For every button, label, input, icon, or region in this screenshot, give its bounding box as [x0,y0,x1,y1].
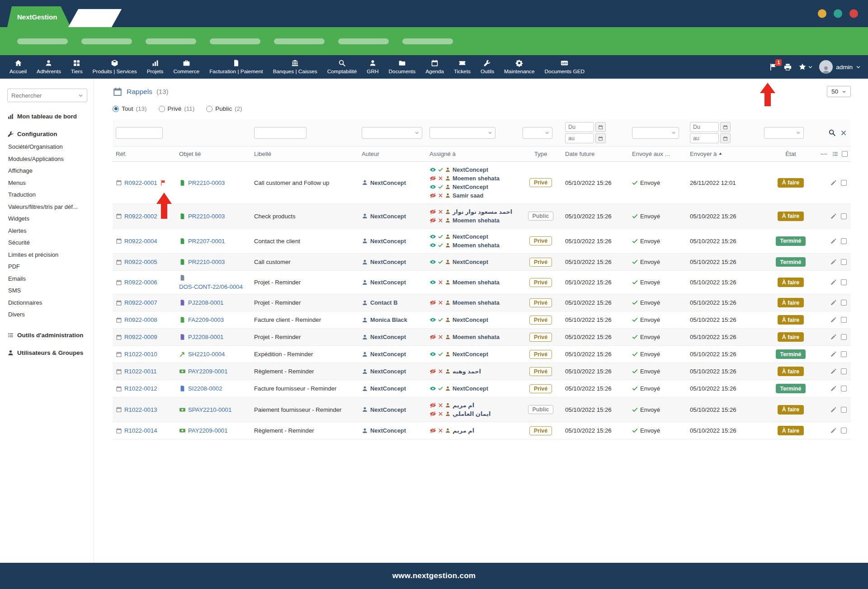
pencil-icon[interactable] [830,238,837,245]
ref-link[interactable]: R1022-0011 [124,368,157,375]
nav-item-documents[interactable]: Documents [384,55,421,79]
object-link[interactable]: PR2210-0003 [188,213,225,220]
row-checkbox[interactable] [841,334,847,340]
ref-link[interactable]: R0922-0005 [124,259,157,265]
column-header-assigne[interactable]: Assigné à [426,146,519,162]
sidebar-item-sms[interactable]: SMS [8,285,87,297]
minimize-button[interactable] [818,9,826,18]
nav-item-tickets[interactable]: Tickets [449,55,476,79]
app-logo[interactable]: NextGestion [7,6,71,27]
filter-envoye_aux-select[interactable] [632,127,679,139]
nav-item-banques-caisses[interactable]: Banques | Caisses [268,55,322,79]
pencil-icon[interactable] [830,385,837,392]
filter-auteur-select[interactable] [362,127,422,139]
table-row-R0922-0007[interactable]: R0922-0007PJ2208-0001Projet - ReminderCo… [113,294,851,311]
filter-etat-select[interactable] [764,127,804,139]
pencil-icon[interactable] [830,279,837,286]
row-checkbox[interactable] [841,351,847,357]
sidebar-item-widgets[interactable]: Widgets [8,213,87,225]
filter-date_future-to-input[interactable] [565,133,594,143]
row-checkbox[interactable] [841,317,847,323]
date-picker-button[interactable] [720,133,731,143]
footer-url[interactable]: www.nextgestion.com [392,571,476,580]
pencil-icon[interactable] [830,427,837,434]
list-view-icon[interactable] [832,151,839,157]
object-link[interactable]: FA2209-0003 [188,316,224,323]
bookmarks-menu[interactable] [798,63,813,71]
nav-item-facturation-paiement[interactable]: Facturation | Paiement [204,55,268,79]
clear-icon[interactable] [840,130,847,136]
sidebar-item-affichage[interactable]: Affichage [8,165,87,177]
user-menu[interactable]: admin [819,60,861,74]
row-checkbox[interactable] [841,368,847,374]
nav-item-projets[interactable]: Projets [142,55,169,79]
menu-pill[interactable] [338,38,389,44]
sidebar-item-traduction[interactable]: Traduction [8,189,87,201]
table-row-R1022-0013[interactable]: R1022-0013SPAY2210-0001Paiement fourniss… [113,397,851,422]
close-button[interactable] [849,9,858,18]
pencil-icon[interactable] [830,213,837,220]
column-header-auteur[interactable]: Auteur [359,146,426,162]
ref-link[interactable]: R0922-0004 [124,238,157,245]
pencil-icon[interactable] [830,259,837,265]
ref-link[interactable]: R0922-0008 [124,316,157,323]
ref-link[interactable]: R1022-0013 [124,406,157,413]
object-link[interactable]: PR2210-0003 [188,179,225,186]
date-picker-button[interactable] [595,122,606,132]
nav-item-agenda[interactable]: Agenda [420,55,449,79]
table-row-R0922-0004[interactable]: R0922-0004PR2207-0001Contact the clientN… [113,229,851,254]
pencil-icon[interactable] [830,316,837,323]
pencil-icon[interactable] [830,299,837,306]
nav-item-maintenance[interactable]: Maintenance [499,55,540,79]
column-header-actions[interactable]: ~~ [821,146,851,162]
ref-link[interactable]: R0922-0009 [124,334,157,340]
ref-link[interactable]: R1022-0014 [124,427,157,434]
object-link[interactable]: PJ2208-0001 [188,299,223,306]
table-row-R0922-0008[interactable]: R0922-0008FA2209-0003Facture client - Re… [113,311,851,329]
table-row-R0922-0005[interactable]: R0922-0005PR2210-0003Call customerNextCo… [113,254,851,271]
print-button[interactable] [783,63,792,71]
menu-pill[interactable] [274,38,325,44]
ref-link[interactable]: R1022-0012 [124,385,157,392]
menu-pill[interactable] [210,38,260,44]
pencil-icon[interactable] [830,334,837,340]
row-checkbox[interactable] [841,279,847,285]
sidebar-section-configuration[interactable]: Configuration [7,131,87,137]
object-link[interactable]: SI2208-0002 [188,385,222,392]
sidebar-item-societe-organisation[interactable]: Société/Organisation [8,141,87,153]
ref-link[interactable]: R1022-0010 [124,351,157,358]
menu-pill[interactable] [17,38,68,44]
sidebar-item-securite[interactable]: Sécurité [8,237,87,249]
column-header-libelle[interactable]: Libellé [251,146,359,162]
pencil-icon[interactable] [830,351,837,358]
table-row-R1022-0012[interactable]: R1022-0012SI2208-0002Facture fournisseur… [113,380,851,397]
object-link[interactable]: SPAY2210-0001 [188,406,231,413]
page-size-select[interactable]: 50 [827,86,851,97]
page-title[interactable]: Rappels [127,88,152,96]
reminders-flag-button[interactable]: 1 [769,63,777,71]
browser-tab[interactable] [68,9,122,27]
table-row-R0922-0009[interactable]: R0922-0009PJ2208-0001Projet - ReminderNe… [113,329,851,346]
filter-radio-public[interactable]: Public(2) [206,105,242,112]
filter-envoyer_a-to-input[interactable] [690,133,719,143]
sidebar-item-dashboard[interactable]: Mon tableau de bord [7,113,87,120]
column-header-objet[interactable]: Objet lié [176,146,251,162]
table-row-R1022-0014[interactable]: R1022-0014PAY2209-0001Règlement - Remind… [113,422,851,439]
object-link[interactable]: DOS-CONT-22/06-0004 [179,283,243,290]
column-header-etat[interactable]: État [761,146,821,162]
ref-link[interactable]: R0922-0006 [124,279,157,286]
sidebar-section-users-groups[interactable]: Utilisateurs & Groupes [7,349,87,356]
sidebar-item-pdf[interactable]: PDF [8,261,87,273]
filter-type-select[interactable] [523,127,552,139]
sidebar-item-alertes[interactable]: Alertes [8,225,87,237]
filter-envoyer_a-from-input[interactable] [690,122,719,132]
pencil-icon[interactable] [830,406,837,413]
object-link[interactable]: PR2207-0001 [188,238,225,245]
sidebar-item-limites-et-precision[interactable]: Limites et précision [8,249,87,261]
ref-link[interactable]: R0922-0002 [124,213,157,220]
maximize-button[interactable] [834,9,842,18]
nav-item-adherents[interactable]: Adhérents [32,55,66,79]
row-checkbox[interactable] [841,213,847,219]
search-input[interactable] [11,92,78,99]
sidebar-section-admin-tools[interactable]: Outils d'administration [7,332,87,339]
